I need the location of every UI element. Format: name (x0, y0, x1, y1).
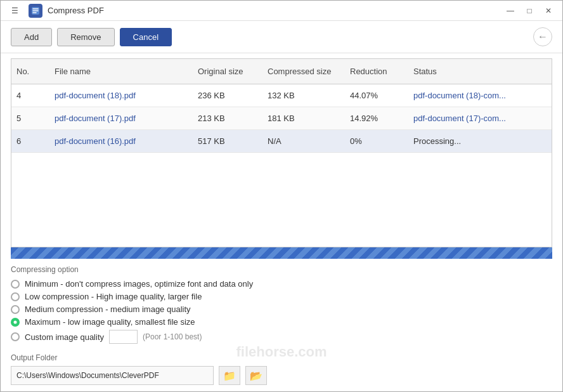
option-maximum-label: Maximum - low image quality, smallest fi… (25, 317, 195, 327)
progress-stripes (11, 247, 552, 259)
title-bar: ☰ Compress PDF — □ ✕ (1, 1, 562, 21)
col-no: No. (11, 64, 49, 79)
hamburger-icon: ☰ (11, 6, 18, 15)
radio-medium[interactable] (11, 305, 20, 314)
cell-compressed-size: N/A (262, 130, 345, 152)
table-body: 4 pdf-document (18).pdf 236 KB 132 KB 44… (11, 84, 552, 247)
app-icon (29, 4, 42, 18)
table-row: 6 pdf-document (16).pdf 517 KB N/A 0% Pr… (11, 130, 552, 153)
content-area: No. File name Original size Compressed s… (1, 53, 562, 391)
table-row: 4 pdf-document (18).pdf 236 KB 132 KB 44… (11, 84, 552, 107)
cell-original-size: 517 KB (193, 130, 262, 152)
col-original-size: Original size (193, 64, 262, 79)
table-row: 5 pdf-document (17).pdf 213 KB 181 KB 14… (11, 107, 552, 130)
custom-hint: (Poor 1-100 best) (143, 332, 202, 341)
title-bar-controls: — □ ✕ (502, 4, 557, 18)
option-maximum: Maximum - low image quality, smallest fi… (11, 317, 552, 327)
toolbar: Add Remove Cancel ← (1, 21, 562, 53)
hamburger-btn[interactable]: ☰ (6, 4, 23, 18)
minimize-button[interactable]: — (502, 4, 519, 18)
col-status: Status (408, 64, 552, 79)
cell-status-processing: Processing... (408, 130, 552, 152)
cell-original-size: 213 KB (193, 107, 262, 129)
options-title: Compressing option (11, 265, 552, 274)
cell-filename: pdf-document (17).pdf (49, 107, 193, 129)
file-table: No. File name Original size Compressed s… (11, 58, 552, 247)
cell-reduction: 0% (345, 130, 408, 152)
option-minimum: Minimum - don't compress images, optimiz… (11, 279, 552, 289)
cell-status-link[interactable]: pdf-document (17)-com... (408, 107, 552, 129)
cell-reduction: 14.92% (345, 107, 408, 129)
col-compressed-size: Compressed size (262, 64, 345, 79)
window-title: Compress PDF (48, 6, 104, 15)
option-medium-label: Medium compression - medium image qualit… (25, 304, 191, 314)
open-folder-button[interactable]: 📂 (245, 366, 267, 385)
radio-custom[interactable] (11, 332, 20, 341)
option-custom-label: Custom image quality (25, 332, 104, 342)
output-path-input[interactable] (11, 366, 214, 385)
radio-maximum[interactable] (11, 318, 20, 327)
radio-low[interactable] (11, 292, 20, 301)
cancel-button[interactable]: Cancel (120, 28, 172, 46)
open-folder-icon: 📂 (250, 370, 262, 382)
option-low: Low compression - High image quality, la… (11, 292, 552, 301)
add-button[interactable]: Add (11, 28, 52, 46)
cell-filename: pdf-document (18).pdf (49, 84, 193, 107)
col-filename: File name (49, 64, 193, 79)
cell-no: 4 (11, 84, 49, 107)
main-window: ☰ Compress PDF — □ ✕ Add Remove Cancel ← (0, 0, 563, 392)
progress-bar (11, 247, 552, 259)
cell-reduction: 44.07% (345, 84, 408, 107)
compressing-options: Compressing option Minimum - don't compr… (1, 259, 562, 347)
cell-no: 6 (11, 130, 49, 152)
radio-minimum[interactable] (11, 280, 20, 289)
back-button[interactable]: ← (533, 27, 552, 46)
cell-compressed-size: 181 KB (262, 107, 345, 129)
output-row: 📁 📂 (11, 366, 552, 385)
browse-folder-button[interactable]: 📁 (219, 366, 240, 385)
folder-icon: 📁 (223, 370, 236, 382)
option-low-label: Low compression - High image quality, la… (25, 292, 202, 301)
output-folder-section: Output Folder 📁 📂 (1, 347, 562, 391)
remove-button[interactable]: Remove (57, 28, 114, 46)
option-custom: Custom image quality (Poor 1-100 best) (11, 330, 552, 344)
table-header: No. File name Original size Compressed s… (11, 59, 552, 84)
cell-filename: pdf-document (16).pdf (49, 130, 193, 152)
maximize-button[interactable]: □ (521, 4, 538, 18)
option-medium: Medium compression - medium image qualit… (11, 304, 552, 314)
title-bar-left: ☰ Compress PDF (6, 4, 104, 18)
output-label: Output Folder (11, 353, 552, 362)
custom-quality-input[interactable] (109, 330, 138, 344)
cell-no: 5 (11, 107, 49, 129)
cell-status-link[interactable]: pdf-document (18)-com... (408, 84, 552, 107)
cell-compressed-size: 132 KB (262, 84, 345, 107)
close-button[interactable]: ✕ (540, 4, 557, 18)
option-minimum-label: Minimum - don't compress images, optimiz… (25, 279, 253, 289)
col-reduction: Reduction (345, 64, 408, 79)
cell-original-size: 236 KB (193, 84, 262, 107)
